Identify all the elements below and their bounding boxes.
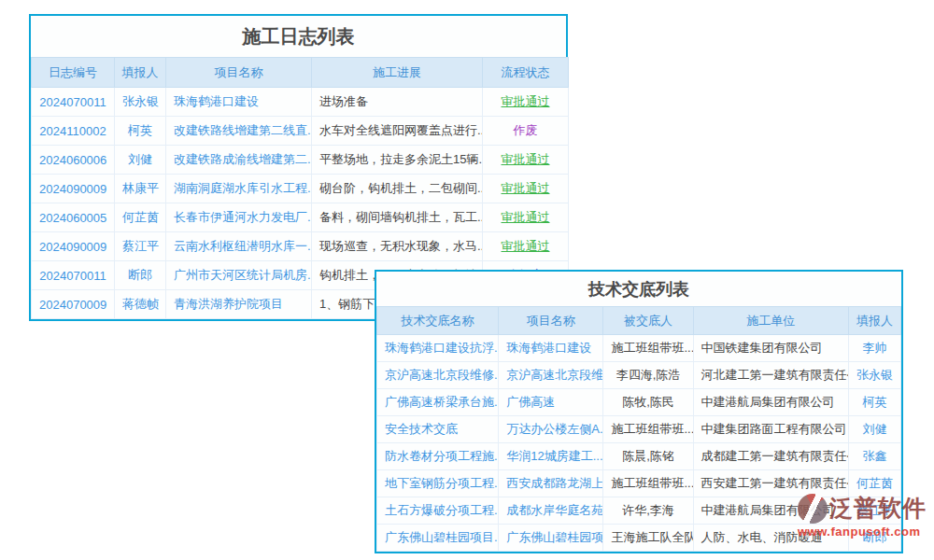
reporter-column-header: 填报人 <box>848 307 900 335</box>
table-row: 2024060006刘健改建铁路成渝线增建第二...平整场地，拉走多余泥土15辆… <box>32 146 569 175</box>
project-name-cell[interactable]: 广州市天河区统计局机房... <box>166 261 312 290</box>
table-row: 防水卷材分项工程施...华润12城房建工...陈晨,陈铭成都建工第一建筑有限责任… <box>377 443 901 470</box>
log-id-cell[interactable]: 2024090009 <box>32 232 115 261</box>
reporter-cell[interactable]: 张永银 <box>115 88 166 117</box>
table-row: 2024090009蔡江平云南水利枢纽潜明水库一...现场巡查，无积水现象，水马… <box>32 232 569 261</box>
reporter-cell[interactable]: 刘健 <box>848 416 900 443</box>
project-name-cell[interactable]: 珠海鹤港口建设 <box>166 88 312 117</box>
log-id-cell[interactable]: 2024070009 <box>32 290 115 319</box>
status-cell: 作废 <box>483 117 569 146</box>
reporter-cell[interactable]: 张鑫 <box>848 443 900 470</box>
reporter-cell[interactable]: 李帅 <box>848 335 900 362</box>
disclosure-name-cell[interactable]: 地下室钢筋分项工程... <box>377 470 499 497</box>
construction-unit-cell: 中建集团路面工程有限公司 <box>693 416 848 443</box>
fanpu-logo-icon <box>798 494 828 524</box>
reporter-cell[interactable]: 蔡江平 <box>115 232 166 261</box>
progress-cell: 砌台阶，钩机排土，二包砌间... <box>312 175 483 203</box>
receiver-cell: 陈晨,陈铭 <box>603 443 693 470</box>
project-name-cell[interactable]: 成都水岸华庭名苑... <box>499 497 603 525</box>
reporter-cell[interactable]: 柯英 <box>115 117 166 146</box>
reporter-cell[interactable]: 林康平 <box>115 175 166 203</box>
reporter-cell[interactable]: 柯英 <box>848 389 900 416</box>
table-row: 2024110002柯英改建铁路线增建第二线直...水车对全线遮阳网覆盖点进行.… <box>32 117 569 146</box>
table-row: 2024060005何芷茵长春市伊通河水力发电厂...备料，砌间墙钩机排土，瓦工… <box>32 203 569 232</box>
receiver-cell: 施工班组带班... <box>603 335 693 362</box>
project-name-cell[interactable]: 改建铁路线增建第二线直... <box>166 117 312 146</box>
progress-cell: 平整场地，拉走多余泥土15辆... <box>312 146 483 175</box>
log-id-cell[interactable]: 2024070011 <box>32 261 115 290</box>
disclosure-name-cell[interactable]: 京沪高速北京段维修... <box>377 362 499 389</box>
disclosure-name-cell[interactable]: 安全技术交底 <box>377 416 499 443</box>
status-cell[interactable]: 审批通过 <box>483 203 569 232</box>
log-id-cell[interactable]: 2024090009 <box>32 175 115 203</box>
technical-disclosure-title: 技术交底列表 <box>376 272 901 306</box>
construction-unit-cell: 中国铁建集团有限公司 <box>693 335 848 362</box>
progress-cell: 现场巡查，无积水现象，水马... <box>312 232 483 261</box>
reporter-cell[interactable]: 刘健 <box>115 146 166 175</box>
table-row: 珠海鹤港口建设抗浮...珠海鹤港口建设施工班组带班...中国铁建集团有限公司李帅 <box>377 335 901 362</box>
project-name-column-header: 项目名称 <box>166 58 312 88</box>
project-name-cell[interactable]: 万达办公楼左侧A... <box>499 416 603 443</box>
project-name-cell[interactable]: 京沪高速北京段维修 <box>499 362 603 389</box>
table-row: 2024090009林康平湖南洞庭湖水库引水工程...砌台阶，钩机排土，二包砌间… <box>32 175 569 203</box>
log-id-cell[interactable]: 2024060006 <box>32 146 115 175</box>
project-name-cell[interactable]: 云南水利枢纽潜明水库一... <box>166 232 312 261</box>
project-name-column-header: 项目名称 <box>499 307 603 335</box>
project-name-cell[interactable]: 青海洪湖养护院项目 <box>166 290 312 319</box>
status-cell[interactable]: 审批通过 <box>483 175 569 203</box>
progress-cell: 备料，砌间墙钩机排土，瓦工... <box>312 203 483 232</box>
construction-unit-cell: 中建港航局集团有限公司 <box>693 389 848 416</box>
reporter-cell[interactable]: 蒋德帧 <box>115 290 166 319</box>
log-id-cell[interactable]: 2024070011 <box>32 88 115 117</box>
fanpu-brand-text: 泛普软件 <box>829 493 927 524</box>
reporter-cell[interactable]: 张永银 <box>848 362 900 389</box>
receiver-cell: 王海施工队全队 <box>603 525 693 552</box>
fanpu-url-text: www.fanpusoft.com <box>798 525 934 539</box>
project-name-cell[interactable]: 长春市伊通河水力发电厂... <box>166 203 312 232</box>
reporter-column-header: 填报人 <box>115 58 166 88</box>
project-name-cell[interactable]: 广佛高速 <box>499 389 603 416</box>
status-column-header: 流程状态 <box>483 58 569 88</box>
project-name-cell[interactable]: 华润12城房建工... <box>499 443 603 470</box>
receiver-cell: 陈牧,陈民 <box>603 389 693 416</box>
table-row: 京沪高速北京段维修...京沪高速北京段维修李四海,陈浩河北建工第一建筑有限责任公… <box>377 362 901 389</box>
construction-log-header-row: 日志编号填报人项目名称施工进展流程状态 <box>32 58 569 88</box>
reporter-cell[interactable]: 断郎 <box>115 261 166 290</box>
receiver-cell: 施工班组带班... <box>603 470 693 497</box>
receiver-cell: 施工班组带班... <box>603 416 693 443</box>
construction-log-title: 施工日志列表 <box>31 16 566 57</box>
project-name-cell[interactable]: 湖南洞庭湖水库引水工程... <box>166 175 312 203</box>
receiver-column-header: 被交底人 <box>603 307 693 335</box>
project-name-cell[interactable]: 珠海鹤港口建设 <box>499 335 603 362</box>
table-row: 2024070011张永银珠海鹤港口建设进场准备审批通过 <box>32 88 569 117</box>
project-name-cell[interactable]: 改建铁路成渝线增建第二... <box>166 146 312 175</box>
progress-cell: 水车对全线遮阳网覆盖点进行... <box>312 117 483 146</box>
status-cell[interactable]: 审批通过 <box>483 232 569 261</box>
status-cell[interactable]: 审批通过 <box>483 88 569 117</box>
reporter-cell[interactable]: 何芷茵 <box>115 203 166 232</box>
table-row: 安全技术交底万达办公楼左侧A...施工班组带班...中建集团路面工程有限公司刘健 <box>377 416 901 443</box>
receiver-cell: 李四海,陈浩 <box>603 362 693 389</box>
progress-column-header: 施工进展 <box>312 58 483 88</box>
status-cell[interactable]: 审批通过 <box>483 146 569 175</box>
progress-cell: 进场准备 <box>312 88 483 117</box>
project-name-cell[interactable]: 广东佛山碧桂园项目 <box>499 525 603 552</box>
construction-unit-cell: 成都建工第一建筑有限责任公司 <box>693 443 848 470</box>
project-name-cell[interactable]: 西安成都路龙湖上... <box>499 470 603 497</box>
fanpu-watermark: 泛普软件 www.fanpusoft.com <box>798 493 934 539</box>
disclosure-name-cell[interactable]: 广佛高速桥梁承台施... <box>377 389 499 416</box>
disclosure-name-cell[interactable]: 广东佛山碧桂园项目... <box>377 525 499 552</box>
log-id-cell[interactable]: 2024060005 <box>32 203 115 232</box>
table-row: 广佛高速桥梁承台施...广佛高速陈牧,陈民中建港航局集团有限公司柯英 <box>377 389 901 416</box>
construction-unit-column-header: 施工单位 <box>693 307 848 335</box>
disclosure-name-cell[interactable]: 珠海鹤港口建设抗浮... <box>377 335 499 362</box>
construction-unit-cell: 河北建工第一建筑有限责任公司 <box>693 362 848 389</box>
log-id-cell[interactable]: 2024110002 <box>32 117 115 146</box>
receiver-cell: 许华,李海 <box>603 497 693 525</box>
disclosure-name-cell[interactable]: 防水卷材分项工程施... <box>377 443 499 470</box>
disclosure-name-cell[interactable]: 土石方爆破分项工程... <box>377 497 499 525</box>
disclosure-name-column-header: 技术交底名称 <box>377 307 499 335</box>
log-id-column-header: 日志编号 <box>32 58 115 88</box>
technical-disclosure-header-row: 技术交底名称项目名称被交底人施工单位填报人 <box>377 307 901 335</box>
